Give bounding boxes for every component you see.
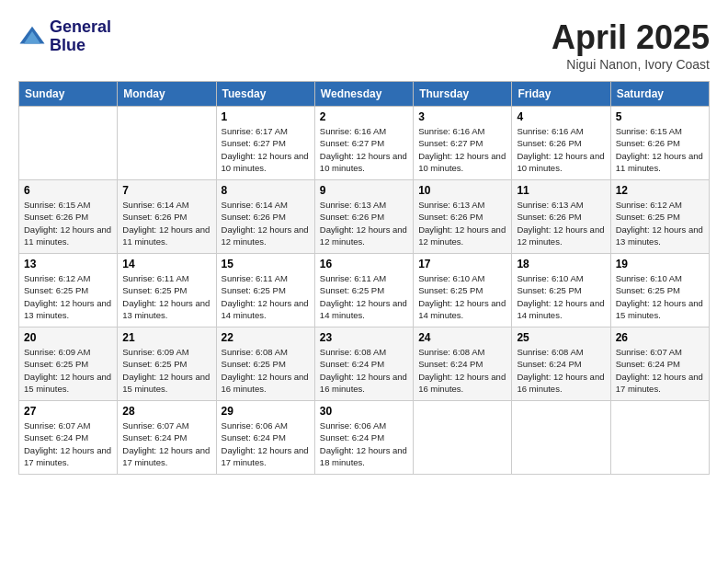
calendar-cell: [512, 401, 610, 475]
calendar-cell: 18Sunrise: 6:10 AMSunset: 6:25 PMDayligh…: [512, 254, 610, 327]
calendar-cell: 1Sunrise: 6:17 AMSunset: 6:27 PMDaylight…: [216, 107, 314, 180]
day-detail: Sunrise: 6:07 AMSunset: 6:24 PMDaylight:…: [24, 419, 112, 468]
day-number: 24: [418, 331, 506, 344]
calendar-table: SundayMondayTuesdayWednesdayThursdayFrid…: [18, 81, 710, 475]
month-title: April 2025: [552, 18, 710, 57]
day-number: 20: [24, 331, 112, 344]
day-detail: Sunrise: 6:17 AMSunset: 6:27 PMDaylight:…: [222, 125, 310, 174]
calendar-cell: 7Sunrise: 6:14 AMSunset: 6:26 PMDaylight…: [118, 180, 216, 254]
calendar-cell: 20Sunrise: 6:09 AMSunset: 6:25 PMDayligh…: [19, 327, 118, 401]
calendar-header-row: SundayMondayTuesdayWednesdayThursdayFrid…: [19, 82, 710, 107]
day-detail: Sunrise: 6:13 AMSunset: 6:26 PMDaylight:…: [320, 199, 408, 247]
day-detail: Sunrise: 6:15 AMSunset: 6:26 PMDaylight:…: [616, 125, 704, 174]
day-detail: Sunrise: 6:06 AMSunset: 6:24 PMDaylight:…: [320, 419, 408, 468]
day-number: 7: [122, 184, 210, 197]
calendar-cell: [118, 107, 216, 180]
calendar-cell: 24Sunrise: 6:08 AMSunset: 6:24 PMDayligh…: [414, 327, 512, 401]
day-number: 19: [616, 258, 704, 270]
calendar-cell: [610, 401, 709, 475]
day-detail: Sunrise: 6:11 AMSunset: 6:25 PMDaylight:…: [122, 272, 210, 321]
day-number: 4: [517, 110, 605, 123]
day-number: 23: [320, 331, 408, 344]
calendar-cell: 30Sunrise: 6:06 AMSunset: 6:24 PMDayligh…: [314, 401, 413, 475]
weekday-header-sunday: Sunday: [19, 82, 118, 107]
calendar-cell: 15Sunrise: 6:11 AMSunset: 6:25 PMDayligh…: [216, 254, 314, 327]
calendar-cell: [19, 107, 118, 180]
logo-icon: [18, 23, 46, 51]
weekday-header-wednesday: Wednesday: [314, 82, 413, 107]
day-detail: Sunrise: 6:09 AMSunset: 6:25 PMDaylight:…: [122, 346, 210, 395]
day-number: 17: [418, 258, 506, 270]
calendar-week-row: 20Sunrise: 6:09 AMSunset: 6:25 PMDayligh…: [19, 327, 710, 401]
calendar-cell: 9Sunrise: 6:13 AMSunset: 6:26 PMDaylight…: [314, 180, 413, 254]
day-number: 5: [616, 110, 704, 123]
day-detail: Sunrise: 6:14 AMSunset: 6:26 PMDaylight:…: [122, 199, 210, 247]
weekday-header-saturday: Saturday: [610, 82, 709, 107]
calendar-cell: 3Sunrise: 6:16 AMSunset: 6:27 PMDaylight…: [414, 107, 512, 180]
day-detail: Sunrise: 6:13 AMSunset: 6:26 PMDaylight:…: [418, 199, 506, 247]
day-detail: Sunrise: 6:08 AMSunset: 6:24 PMDaylight:…: [517, 346, 605, 395]
logo-text: General Blue: [50, 18, 111, 55]
day-detail: Sunrise: 6:10 AMSunset: 6:25 PMDaylight:…: [616, 272, 704, 321]
day-number: 1: [222, 110, 310, 123]
calendar-cell: 21Sunrise: 6:09 AMSunset: 6:25 PMDayligh…: [118, 327, 216, 401]
day-detail: Sunrise: 6:11 AMSunset: 6:25 PMDaylight:…: [320, 272, 408, 321]
title-block: April 2025 Nigui Nanon, Ivory Coast: [552, 18, 710, 72]
day-number: 16: [320, 258, 408, 270]
calendar-cell: 8Sunrise: 6:14 AMSunset: 6:26 PMDaylight…: [216, 180, 314, 254]
day-detail: Sunrise: 6:07 AMSunset: 6:24 PMDaylight:…: [616, 346, 704, 395]
day-number: 9: [320, 184, 408, 197]
day-detail: Sunrise: 6:08 AMSunset: 6:25 PMDaylight:…: [222, 346, 310, 395]
day-number: 25: [517, 331, 605, 344]
day-detail: Sunrise: 6:15 AMSunset: 6:26 PMDaylight:…: [24, 199, 112, 247]
day-number: 21: [122, 331, 210, 344]
calendar-cell: 10Sunrise: 6:13 AMSunset: 6:26 PMDayligh…: [414, 180, 512, 254]
weekday-header-tuesday: Tuesday: [216, 82, 314, 107]
calendar-cell: 23Sunrise: 6:08 AMSunset: 6:24 PMDayligh…: [314, 327, 413, 401]
weekday-header-friday: Friday: [512, 82, 610, 107]
weekday-header-thursday: Thursday: [414, 82, 512, 107]
day-detail: Sunrise: 6:07 AMSunset: 6:24 PMDaylight:…: [122, 419, 210, 468]
calendar-cell: 2Sunrise: 6:16 AMSunset: 6:27 PMDaylight…: [314, 107, 413, 180]
day-number: 11: [517, 184, 605, 197]
calendar-cell: 26Sunrise: 6:07 AMSunset: 6:24 PMDayligh…: [610, 327, 709, 401]
day-detail: Sunrise: 6:14 AMSunset: 6:26 PMDaylight:…: [222, 199, 310, 247]
day-number: 8: [222, 184, 310, 197]
calendar-cell: 16Sunrise: 6:11 AMSunset: 6:25 PMDayligh…: [314, 254, 413, 327]
day-number: 27: [24, 405, 112, 418]
calendar-week-row: 13Sunrise: 6:12 AMSunset: 6:25 PMDayligh…: [19, 254, 710, 327]
calendar-cell: 27Sunrise: 6:07 AMSunset: 6:24 PMDayligh…: [19, 401, 118, 475]
day-number: 30: [320, 405, 408, 418]
calendar-week-row: 1Sunrise: 6:17 AMSunset: 6:27 PMDaylight…: [19, 107, 710, 180]
day-number: 15: [222, 258, 310, 270]
day-detail: Sunrise: 6:16 AMSunset: 6:26 PMDaylight:…: [517, 125, 605, 174]
day-number: 29: [222, 405, 310, 418]
day-number: 12: [616, 184, 704, 197]
day-detail: Sunrise: 6:13 AMSunset: 6:26 PMDaylight:…: [517, 199, 605, 247]
calendar-cell: [414, 401, 512, 475]
page-header: General Blue April 2025 Nigui Nanon, Ivo…: [18, 18, 710, 72]
day-number: 28: [122, 405, 210, 418]
calendar-cell: 11Sunrise: 6:13 AMSunset: 6:26 PMDayligh…: [512, 180, 610, 254]
weekday-header-monday: Monday: [118, 82, 216, 107]
day-detail: Sunrise: 6:10 AMSunset: 6:25 PMDaylight:…: [418, 272, 506, 321]
day-detail: Sunrise: 6:16 AMSunset: 6:27 PMDaylight:…: [320, 125, 408, 174]
day-number: 13: [24, 258, 112, 270]
calendar-cell: 17Sunrise: 6:10 AMSunset: 6:25 PMDayligh…: [414, 254, 512, 327]
day-detail: Sunrise: 6:12 AMSunset: 6:25 PMDaylight:…: [24, 272, 112, 321]
calendar-cell: 12Sunrise: 6:12 AMSunset: 6:25 PMDayligh…: [610, 180, 709, 254]
calendar-cell: 25Sunrise: 6:08 AMSunset: 6:24 PMDayligh…: [512, 327, 610, 401]
location: Nigui Nanon, Ivory Coast: [552, 57, 710, 72]
day-number: 22: [222, 331, 310, 344]
day-number: 14: [122, 258, 210, 270]
calendar-week-row: 6Sunrise: 6:15 AMSunset: 6:26 PMDaylight…: [19, 180, 710, 254]
calendar-cell: 6Sunrise: 6:15 AMSunset: 6:26 PMDaylight…: [19, 180, 118, 254]
day-detail: Sunrise: 6:09 AMSunset: 6:25 PMDaylight:…: [24, 346, 112, 395]
calendar-cell: 28Sunrise: 6:07 AMSunset: 6:24 PMDayligh…: [118, 401, 216, 475]
calendar-cell: 5Sunrise: 6:15 AMSunset: 6:26 PMDaylight…: [610, 107, 709, 180]
day-detail: Sunrise: 6:08 AMSunset: 6:24 PMDaylight:…: [320, 346, 408, 395]
day-number: 26: [616, 331, 704, 344]
logo: General Blue: [18, 18, 111, 55]
day-number: 3: [418, 110, 506, 123]
calendar-cell: 29Sunrise: 6:06 AMSunset: 6:24 PMDayligh…: [216, 401, 314, 475]
